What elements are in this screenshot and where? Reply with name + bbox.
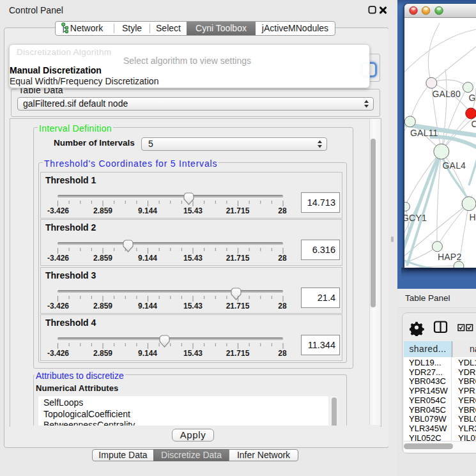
svg-text:C: C xyxy=(472,119,476,129)
svg-text:H: H xyxy=(470,212,476,222)
svg-text:GAL4: GAL4 xyxy=(443,160,466,171)
svg-text:GAL80: GAL80 xyxy=(433,89,461,99)
svg-text:GAL11: GAL11 xyxy=(410,128,438,138)
svg-text:HAP2: HAP2 xyxy=(438,252,461,262)
svg-text:GCY1: GCY1 xyxy=(404,213,427,223)
svg-text:GA: GA xyxy=(469,93,476,103)
